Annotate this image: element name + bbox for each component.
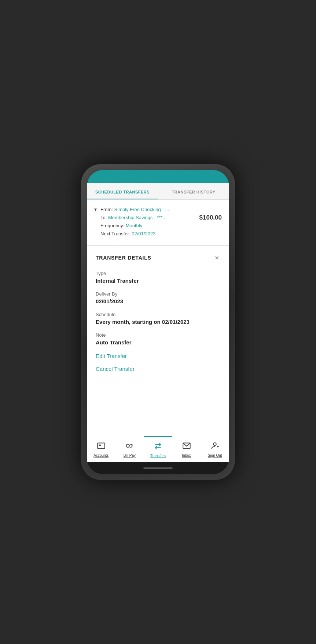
accounts-icon [96, 441, 106, 452]
from-line: From: Simply Free Checking - ... [100, 206, 222, 214]
close-details-button[interactable]: × [213, 253, 220, 263]
deliver-by-label: Deliver By [96, 291, 220, 297]
svg-point-5 [213, 443, 216, 446]
next-transfer-value: 02/01/2023 [132, 231, 155, 236]
billpay-label: Bill Pay [124, 453, 136, 457]
to-line: To: Membership Savings - ***... [100, 214, 196, 222]
accounts-label: Accounts [93, 453, 109, 457]
to-account: Membership Savings - ***... [108, 215, 166, 220]
type-field: Type Internal Transfer [96, 271, 220, 284]
next-transfer-line: Next Transfer: 02/01/2023 [100, 230, 222, 238]
svg-rect-1 [99, 445, 100, 446]
nav-inbox[interactable]: Inbox [172, 436, 201, 462]
chevron-down-icon[interactable]: ▾ [94, 206, 97, 212]
from-account: Simply Free Checking - ... [114, 207, 169, 212]
frequency-line: Frequency: Monthly [100, 222, 222, 230]
bottom-nav: Accounts Bill Pay [87, 436, 229, 462]
tabs-container: SCHEDULED TRANSFERS TRANSFER HISTORY [87, 183, 229, 200]
tab-scheduled-transfers[interactable]: SCHEDULED TRANSFERS [87, 183, 158, 199]
svg-rect-0 [98, 443, 105, 448]
transfer-amount: $100.00 [199, 214, 222, 221]
transfers-icon [153, 441, 163, 452]
deliver-by-value: 02/01/2023 [96, 298, 220, 304]
frequency-value: Monthly [126, 223, 143, 228]
billpay-icon [125, 441, 134, 452]
from-label: From: [100, 207, 113, 212]
phone-screen: SCHEDULED TRANSFERS TRANSFER HISTORY ▾ F… [87, 170, 229, 474]
schedule-value: Every month, starting on 02/01/2023 [96, 319, 220, 325]
nav-billpay[interactable]: Bill Pay [115, 436, 144, 462]
tab-transfer-history[interactable]: TRANSFER HISTORY [158, 183, 229, 199]
type-label: Type [96, 271, 220, 276]
home-bar [143, 467, 173, 469]
note-value: Auto Transfer [96, 339, 220, 345]
signout-icon [210, 441, 220, 452]
next-transfer-label: Next Transfer: [100, 231, 131, 236]
schedule-label: Schedule [96, 312, 220, 317]
deliver-by-field: Deliver By 02/01/2023 [96, 291, 220, 304]
edit-transfer-link[interactable]: Edit Transfer [96, 353, 220, 359]
transfers-label: Transfers [150, 454, 166, 458]
screen-content: SCHEDULED TRANSFERS TRANSFER HISTORY ▾ F… [87, 183, 229, 462]
details-header: TRANSFER DETAILS × [96, 253, 220, 263]
note-label: Note [96, 332, 220, 338]
frequency-label: Frequency: [100, 223, 124, 228]
teal-header [87, 170, 229, 183]
phone-frame: SCHEDULED TRANSFERS TRANSFER HISTORY ▾ F… [81, 164, 235, 480]
details-title: TRANSFER DETAILS [96, 255, 151, 261]
tab-scheduled-label: SCHEDULED TRANSFERS [95, 190, 150, 194]
nav-transfers[interactable]: Transfers [144, 436, 172, 462]
schedule-field: Schedule Every month, starting on 02/01/… [96, 312, 220, 325]
cancel-transfer-link[interactable]: Cancel Transfer [96, 366, 220, 372]
nav-signout[interactable]: Sign Out [201, 436, 229, 462]
inbox-label: Inbox [182, 453, 191, 457]
nav-accounts[interactable]: Accounts [87, 436, 115, 462]
note-field: Note Auto Transfer [96, 332, 220, 345]
inbox-icon [182, 441, 191, 452]
type-value: Internal Transfer [96, 278, 220, 284]
signout-label: Sign Out [208, 453, 222, 457]
svg-point-2 [126, 444, 130, 448]
home-indicator [87, 462, 229, 474]
tab-history-label: TRANSFER HISTORY [172, 190, 215, 194]
transfer-summary: ▾ From: Simply Free Checking - ... To: M… [87, 200, 229, 246]
to-label: To: [100, 215, 107, 220]
transfer-details-panel: TRANSFER DETAILS × Type Internal Transfe… [87, 246, 229, 436]
to-amount-row: To: Membership Savings - ***... $100.00 [100, 214, 222, 222]
summary-details: From: Simply Free Checking - ... To: Mem… [100, 206, 222, 238]
